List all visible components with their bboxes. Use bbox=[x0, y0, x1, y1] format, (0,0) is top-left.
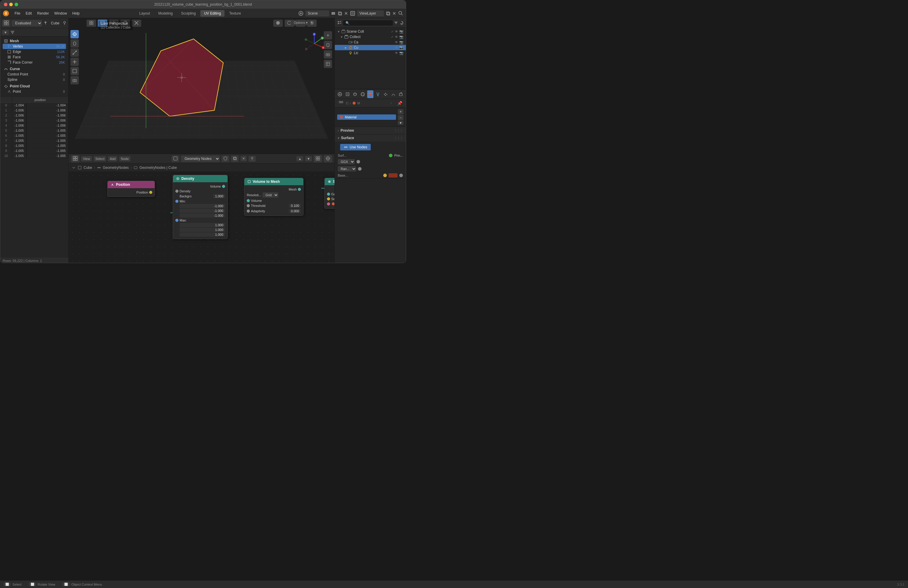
tab-texture[interactable]: Texture bbox=[225, 10, 245, 17]
control-point-item[interactable]: Control Point 0 bbox=[3, 72, 66, 77]
tab-sculpting[interactable]: Sculpting bbox=[177, 10, 199, 17]
cursor-tool[interactable] bbox=[71, 30, 79, 38]
min-x[interactable]: -1.000 bbox=[180, 204, 225, 208]
props-render-icon[interactable] bbox=[336, 90, 343, 98]
menu-help[interactable]: Help bbox=[70, 10, 82, 16]
viewlayer-close-icon[interactable] bbox=[392, 11, 396, 16]
point-cloud-header[interactable]: Point Cloud bbox=[3, 84, 66, 89]
curve-header[interactable]: Curve bbox=[3, 66, 66, 72]
props-modifier-icon[interactable] bbox=[375, 90, 381, 98]
node-group-icon[interactable] bbox=[172, 155, 179, 162]
threshold-value[interactable]: 0.100 bbox=[289, 204, 301, 208]
node-pin-btn[interactable] bbox=[248, 156, 256, 162]
transform-tool[interactable] bbox=[71, 67, 79, 75]
evaluated-dropdown[interactable]: Evaluated Original bbox=[11, 20, 42, 26]
geonode-tools-btn[interactable] bbox=[314, 155, 322, 162]
node-close-btn[interactable]: ✕ bbox=[240, 156, 247, 161]
camera-tool[interactable] bbox=[71, 76, 79, 84]
vertex-item[interactable]: Vertex 56.2K bbox=[3, 44, 66, 49]
props-mode-icon[interactable] bbox=[337, 99, 345, 107]
move-up-material-slot[interactable]: ▼ bbox=[398, 121, 404, 125]
geonode-panel-icon[interactable] bbox=[71, 155, 79, 162]
tab-uv-editing[interactable]: UV Editing bbox=[200, 10, 224, 17]
resolution-dropdown[interactable]: Grid bbox=[262, 192, 278, 198]
point-item[interactable]: Point 0 bbox=[3, 89, 66, 94]
scene-input[interactable] bbox=[305, 10, 329, 16]
node-menu[interactable]: Node bbox=[119, 156, 130, 161]
filter-btn[interactable]: ▼ bbox=[2, 30, 9, 35]
geonode-globe-btn[interactable] bbox=[324, 155, 332, 162]
node-copy-btn[interactable] bbox=[231, 155, 239, 162]
props-output-icon[interactable] bbox=[344, 90, 351, 98]
props-world-icon[interactable] bbox=[359, 90, 366, 98]
min-z[interactable]: -1.000 bbox=[180, 213, 225, 217]
remove-material-slot[interactable]: − bbox=[398, 115, 404, 121]
breadcrumb-cube[interactable]: Cube bbox=[84, 166, 92, 170]
position-node[interactable]: Position Position bbox=[107, 181, 155, 197]
props-constraints-icon[interactable] bbox=[398, 90, 404, 98]
max-z[interactable]: 1.000 bbox=[180, 232, 225, 237]
minimize-button[interactable] bbox=[9, 3, 13, 6]
menu-file[interactable]: File bbox=[12, 10, 23, 16]
options-button[interactable]: Options ▾ bbox=[291, 20, 311, 26]
outliner-collection[interactable]: ▼ Collect ✓👁📷 bbox=[335, 34, 406, 40]
face-corner-item[interactable]: Face Corner 25K bbox=[3, 60, 66, 65]
edge-item[interactable]: Edge 112K bbox=[3, 49, 66, 55]
add-material-slot[interactable]: + bbox=[398, 109, 404, 114]
move-tool[interactable] bbox=[71, 58, 79, 66]
menu-render[interactable]: Render bbox=[35, 10, 51, 16]
props-nav-btn[interactable]: ↕ bbox=[387, 99, 395, 107]
close-button[interactable] bbox=[4, 3, 7, 6]
spline-item[interactable]: Spline 0 bbox=[3, 77, 66, 82]
ggx-dropdown[interactable]: GGX bbox=[338, 159, 355, 164]
measure-tool[interactable] bbox=[71, 48, 79, 57]
adaptivity-value[interactable]: 0.000 bbox=[289, 209, 301, 213]
min-y[interactable]: -1.000 bbox=[180, 209, 225, 213]
outliner-filter-icon[interactable] bbox=[394, 21, 398, 25]
face-item[interactable]: Face 56.2K bbox=[3, 55, 66, 60]
breadcrumb-expand-icon[interactable] bbox=[72, 166, 76, 170]
outliner-light[interactable]: ► Lic 👁📷 bbox=[335, 50, 406, 56]
menu-edit[interactable]: Edit bbox=[23, 10, 34, 16]
preview-header[interactable]: › Preview ⋮⋮⋮ bbox=[335, 127, 406, 134]
props-scene-icon[interactable] bbox=[352, 90, 358, 98]
node-tree-dropdown[interactable]: Geometry Nodes bbox=[181, 155, 220, 162]
viewlayer-input[interactable] bbox=[357, 10, 384, 16]
filter-icon[interactable] bbox=[10, 30, 15, 35]
node-shield-btn[interactable] bbox=[222, 155, 229, 162]
geonode-down-btn[interactable]: ▼ bbox=[305, 156, 312, 161]
maximize-button[interactable] bbox=[14, 3, 18, 6]
volume-to-mesh-node[interactable]: Volume to Mesh Mesh Resoluti... Grid bbox=[244, 178, 304, 216]
blender-logo-icon[interactable]: B bbox=[3, 10, 9, 17]
viewport-mode-btn[interactable] bbox=[87, 19, 96, 27]
scale-btn[interactable] bbox=[132, 19, 141, 27]
geonode-up-btn[interactable]: ▲ bbox=[296, 156, 303, 161]
props-physics-icon[interactable] bbox=[390, 90, 397, 98]
density-node[interactable]: Density Volume Density Backgro bbox=[173, 175, 228, 239]
geonode-canvas[interactable]: Position Position bbox=[69, 172, 335, 263]
view-menu[interactable]: View bbox=[81, 156, 92, 161]
use-nodes-button[interactable]: Use Nodes bbox=[340, 144, 371, 150]
ran-dropdown[interactable]: Ran... bbox=[338, 166, 356, 172]
tab-modeling[interactable]: Modeling bbox=[155, 10, 176, 17]
add-menu[interactable]: Add bbox=[108, 156, 118, 161]
mesh-header[interactable]: Mesh bbox=[3, 38, 66, 44]
outliner-search-input[interactable] bbox=[343, 20, 393, 26]
max-y[interactable]: 1.000 bbox=[180, 228, 225, 232]
select-menu[interactable]: Select bbox=[93, 156, 106, 161]
breadcrumb-geonodes[interactable]: GeometryNodes bbox=[103, 166, 129, 170]
props-material-icon[interactable] bbox=[367, 90, 374, 98]
props-pin-btn[interactable]: 📌 bbox=[396, 99, 404, 107]
base-color-swatch[interactable] bbox=[389, 173, 398, 177]
scene-close-icon[interactable] bbox=[344, 11, 348, 16]
shading-solid-btn[interactable] bbox=[273, 19, 283, 27]
max-x[interactable]: 1.000 bbox=[180, 223, 225, 227]
material-slot-item[interactable]: Material bbox=[337, 114, 396, 120]
orientation-gizmo[interactable]: Z Y X bbox=[303, 32, 326, 56]
tab-layout[interactable]: Layout bbox=[135, 10, 153, 17]
menu-window[interactable]: Window bbox=[52, 10, 69, 16]
grab-tool[interactable] bbox=[71, 39, 79, 48]
grid-tool[interactable] bbox=[324, 60, 332, 68]
surface-header[interactable]: ▾ Surface ⋮⋮⋮ bbox=[335, 134, 406, 142]
outliner-sync-icon[interactable] bbox=[399, 21, 404, 25]
